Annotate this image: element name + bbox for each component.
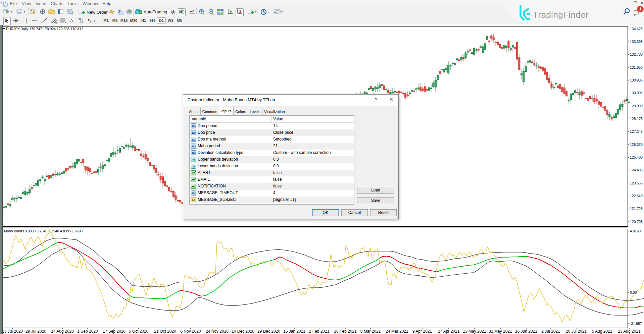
svg-text:5 Oct 2020: 5 Oct 2020 (129, 329, 149, 334)
svg-text:20 Jul 2021: 20 Jul 2021 (566, 329, 587, 334)
svg-text:122.640: 122.640 (630, 194, 643, 198)
svg-text:EURJPY,Daily 170.747 170.924: EURJPY,Daily 170.747 170.924 170.608 170… (6, 27, 83, 31)
svg-text:21 Oct 2020: 21 Oct 2020 (154, 329, 176, 334)
svg-text:A: A (70, 18, 73, 23)
svg-text:23 Aug 2021: 23 Aug 2021 (618, 329, 641, 334)
svg-text:129.090: 129.090 (630, 104, 643, 108)
svg-text:29 Jul 2020: 29 Jul 2020 (26, 329, 46, 334)
svg-text:120.795: 120.795 (630, 220, 643, 224)
svg-text:2 Jul 2021: 2 Jul 2021 (541, 329, 560, 334)
svg-text:130.005: 130.005 (630, 91, 643, 95)
svg-text:27 Apr 2021: 27 Apr 2021 (438, 329, 460, 334)
svg-text:T: T (79, 19, 82, 23)
svg-text:127.245: 127.245 (630, 129, 643, 133)
svg-text:24 Nov 2020: 24 Nov 2020 (206, 329, 229, 334)
svg-text:125.400: 125.400 (630, 155, 643, 159)
svg-text:124.485: 124.485 (630, 168, 643, 172)
svg-text:8 Mar 2021: 8 Mar 2021 (360, 329, 381, 334)
svg-text:-3.1957: -3.1957 (630, 322, 642, 326)
svg-text:13 May 2021: 13 May 2021 (463, 329, 486, 334)
svg-text:9 Apr 2021: 9 Apr 2021 (412, 329, 432, 334)
svg-text:29 Dec 2020: 29 Dec 2020 (257, 329, 280, 334)
svg-text:126.330: 126.330 (630, 143, 643, 147)
svg-text:130.935: 130.935 (630, 78, 643, 82)
svg-text:F: F (65, 21, 66, 24)
svg-text:4.0163: 4.0163 (630, 229, 641, 233)
svg-text:15 Jan 2021: 15 Jan 2021 (283, 329, 305, 334)
svg-text:128.175: 128.175 (630, 117, 643, 121)
svg-text:133.695: 133.695 (630, 40, 643, 44)
svg-text:Mobo Bands 0.0839 3.2540 3.254: Mobo Bands 0.0839 3.2540 3.2540 4.8395 1… (4, 229, 83, 233)
svg-text:18 Feb 2021: 18 Feb 2021 (334, 329, 357, 334)
svg-text:1 Sep 2020: 1 Sep 2020 (77, 329, 98, 334)
svg-text:31 May 2021: 31 May 2021 (489, 329, 512, 334)
svg-text:123.555: 123.555 (630, 181, 643, 185)
svg-text:10 Dec 2020: 10 Dec 2020 (232, 329, 254, 334)
svg-text:17 Sep 2020: 17 Sep 2020 (103, 329, 126, 334)
svg-text:16 Jun 2021: 16 Jun 2021 (515, 329, 537, 334)
svg-text:132.780: 132.780 (630, 52, 643, 56)
svg-text:131.850: 131.850 (630, 65, 643, 69)
svg-text:24 Mar 2021: 24 Mar 2021 (386, 329, 408, 334)
svg-text:6 Nov 2020: 6 Nov 2020 (180, 329, 201, 334)
svg-text:0.00: 0.00 (630, 290, 637, 294)
svg-text:2 Feb 2021: 2 Feb 2021 (309, 329, 330, 334)
svg-text:13 Jul 2020: 13 Jul 2020 (2, 329, 23, 334)
svg-text:134.625: 134.625 (630, 27, 643, 31)
svg-text:E: E (55, 21, 57, 24)
svg-text:121.725: 121.725 (630, 207, 643, 211)
svg-text:5 Aug 2021: 5 Aug 2021 (592, 329, 612, 334)
svg-text:14 Aug 2020: 14 Aug 2020 (51, 329, 74, 334)
